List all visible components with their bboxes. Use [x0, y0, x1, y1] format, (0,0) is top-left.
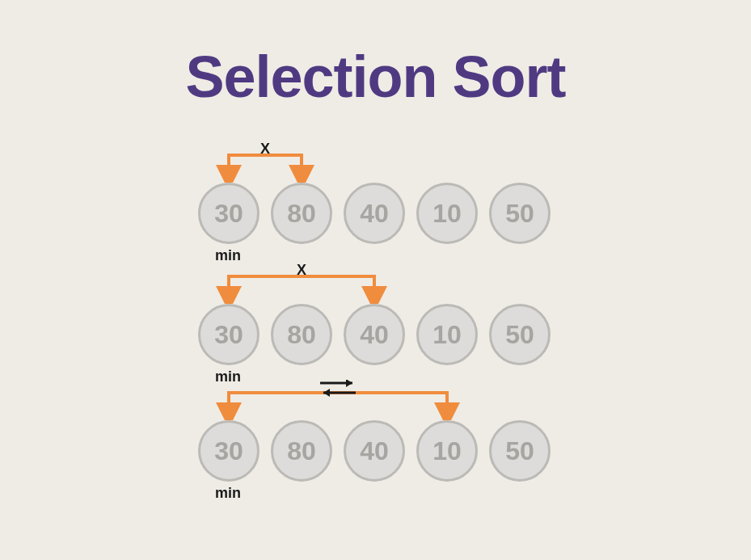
min-label-1: min: [215, 247, 241, 264]
ball: 10: [416, 304, 478, 365]
stage-2-arrowbox: X: [198, 263, 602, 304]
ball: 30: [198, 183, 259, 244]
compare-arrow-1: X: [198, 142, 602, 183]
stage-1: X 30 80 40 10 50 min: [198, 142, 602, 244]
compare-arrow-3: [198, 380, 602, 420]
page-title: Selection Sort: [0, 44, 751, 110]
stage-2-balls: 30 80 40 10 50: [198, 304, 602, 365]
no-swap-icon: X: [260, 142, 270, 157]
ball: 80: [271, 420, 332, 482]
stage-3-arrowbox: [198, 380, 602, 420]
ball: 30: [198, 420, 259, 482]
ball: 50: [489, 304, 551, 365]
ball: 30: [198, 304, 259, 365]
ball: 50: [489, 420, 551, 482]
stage-2: X 30 80 40 10 50 min: [198, 263, 602, 365]
min-label-3: min: [215, 485, 241, 502]
ball: 10: [416, 420, 478, 482]
stage-3: 30 80 40 10 50 min: [198, 380, 602, 482]
ball: 40: [344, 183, 405, 244]
ball: 40: [344, 420, 405, 482]
ball: 80: [271, 304, 332, 365]
stage-1-arrowbox: X: [198, 142, 602, 183]
stage-3-balls: 30 80 40 10 50: [198, 420, 602, 482]
ball: 40: [344, 304, 405, 365]
ball: 80: [271, 183, 332, 244]
ball: 50: [489, 183, 551, 244]
ball: 10: [416, 183, 478, 244]
compare-arrow-2: X: [198, 263, 602, 304]
no-swap-icon: X: [297, 263, 306, 278]
stage-1-balls: 30 80 40 10 50: [198, 183, 602, 244]
